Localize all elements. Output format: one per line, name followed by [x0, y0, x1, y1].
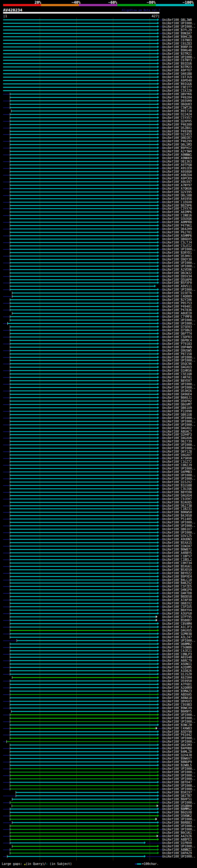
hit-row[interactable]: UniRef100_A8UEI0	[0, 312, 197, 315]
hit-row[interactable]: UniRef100_A5DY90	[0, 730, 197, 734]
hit-row[interactable]: UniRef100_A3GFG0	[0, 612, 197, 615]
hit-row[interactable]: UniRef100_C5FZE5	[0, 585, 197, 588]
hit-row[interactable]: UniRef100_Q6Y1Z8	[0, 450, 197, 453]
hit-row[interactable]: UniRef100_B4J0S0	[0, 514, 197, 517]
hit-row[interactable]: UniRef100_Q7SE03	[0, 325, 197, 329]
hit-row[interactable]: UniRef100_A8UAC7	[0, 430, 197, 433]
hit-row[interactable]: UniRef100_Q0V6X3	[0, 700, 197, 703]
hit-row[interactable]: UniRef100_B9HCZ8	[0, 35, 197, 38]
hit-row[interactable]: UniRef100_Q6L5M3	[0, 143, 197, 146]
hit-row[interactable]: UniRef100_C3UJQ6	[0, 487, 197, 491]
hit-row[interactable]: UniRef100_UPI000..	[0, 777, 197, 780]
hit-row[interactable]: UniRef100_P49398	[0, 130, 197, 133]
hit-row[interactable]: UniRef100_O62738	[0, 504, 197, 507]
hit-row[interactable]: UniRef100_C5WT26	[0, 106, 197, 109]
hit-row[interactable]: UniRef100_UPI000..	[0, 767, 197, 770]
hit-row[interactable]: UniRef100_A3LZ47	[0, 636, 197, 639]
hit-row[interactable]: UniRef100_B6K6J1	[0, 396, 197, 399]
hit-row[interactable]: UniRef100_A2Y3W4	[0, 150, 197, 153]
hit-row[interactable]: UniRef100_Q95V34	[0, 275, 197, 278]
hit-row[interactable]: UniRef100_A8E6A5	[0, 693, 197, 696]
hit-row[interactable]: UniRef100_Q8LJW0	[0, 18, 197, 22]
hit-row[interactable]: UniRef100_B1GS88	[0, 484, 197, 487]
hit-row[interactable]: UniRef100_A1CJF3	[0, 625, 197, 629]
hit-row[interactable]: UniRef100_C5DFR3	[0, 335, 197, 339]
hit-row[interactable]: UniRef100_UPI000..	[0, 446, 197, 450]
hit-row[interactable]: UniRef100_A8NNZ1	[0, 848, 197, 851]
hit-row[interactable]: UniRef100_Q56FH2	[0, 399, 197, 403]
hit-row[interactable]: UniRef100_Q6GVM7	[0, 403, 197, 406]
hit-row[interactable]: UniRef100_UPI000..	[0, 787, 197, 791]
hit-row[interactable]: UniRef100_Q4PMB3	[0, 470, 197, 473]
hit-row[interactable]: UniRef100_Q9P4W9	[0, 345, 197, 349]
hit-row[interactable]: UniRef100_A1D826	[0, 669, 197, 673]
hit-row[interactable]: UniRef100_P79183	[0, 342, 197, 345]
hit-row[interactable]: UniRef100_B3NCZ0	[0, 723, 197, 727]
hit-row[interactable]: UniRef100_B8NUP9	[0, 760, 197, 764]
hit-row[interactable]: UniRef100_Q5QC96	[0, 362, 197, 366]
hit-row[interactable]: UniRef100_C6TNY3	[0, 59, 197, 62]
hit-row[interactable]: UniRef100_C0NLP3	[0, 652, 197, 656]
hit-row[interactable]: UniRef100_A6NA18	[0, 696, 197, 700]
hit-row[interactable]: UniRef100_UPI000..	[0, 443, 197, 446]
hit-row[interactable]: UniRef100_C5GN86	[0, 646, 197, 649]
hit-row[interactable]: UniRef100_Q4GXU2	[0, 427, 197, 430]
hit-row[interactable]: UniRef100_A7F6D1	[0, 683, 197, 686]
hit-row[interactable]: UniRef100_UPI000..	[0, 737, 197, 740]
hit-row[interactable]: UniRef100_C5E1Q8	[0, 372, 197, 376]
hit-row[interactable]: UniRef100_P46299	[0, 140, 197, 143]
hit-row[interactable]: UniRef100_Q2XPX5	[0, 120, 197, 123]
hit-row[interactable]: UniRef100_Q9QY30	[0, 258, 197, 261]
hit-row[interactable]: UniRef100_Q2U4J8	[0, 753, 197, 757]
hit-row[interactable]: UniRef100_UPI000..	[0, 531, 197, 534]
hit-row[interactable]: UniRef100_B5XA15	[0, 541, 197, 545]
hit-row[interactable]: UniRef100_B0KWS0	[0, 510, 197, 514]
hit-row[interactable]: UniRef100_UPI000..	[0, 420, 197, 423]
hit-row[interactable]: UniRef100_Q5QBH4	[0, 804, 197, 808]
hit-row[interactable]: UniRef100_B7FL29	[0, 28, 197, 32]
hit-row[interactable]: UniRef100_B0W871	[0, 548, 197, 551]
hit-row[interactable]: UniRef100_P87158	[0, 352, 197, 355]
hit-row[interactable]: UniRef100_O62739	[0, 440, 197, 443]
hit-row[interactable]: UniRef100_UPI000..	[0, 359, 197, 362]
hit-row[interactable]: UniRef100_Q5KNK2	[0, 814, 197, 817]
hit-row[interactable]: UniRef100_Q15ET6	[0, 291, 197, 295]
hit-row[interactable]: UniRef100_UPI000..	[0, 801, 197, 804]
hit-row[interactable]: UniRef100_C4R7A1	[0, 376, 197, 379]
hit-row[interactable]: UniRef100_C1BZ31	[0, 507, 197, 510]
hit-row[interactable]: UniRef100_UPI000..	[0, 716, 197, 720]
hit-row[interactable]: UniRef100_B8YE07	[0, 379, 197, 382]
hit-row[interactable]: UniRef100_C9JEH7	[0, 497, 197, 501]
hit-row[interactable]: UniRef100_UPI000..	[0, 740, 197, 743]
hit-row[interactable]: UniRef100_B9I718	[0, 109, 197, 113]
hit-row[interactable]: UniRef100_O81363	[0, 160, 197, 163]
hit-row[interactable]: UniRef100_UPI000..	[0, 521, 197, 524]
hit-row[interactable]: UniRef100_UPI000..	[0, 770, 197, 774]
hit-row[interactable]: UniRef100_C1N816	[0, 214, 197, 217]
hit-row[interactable]: UniRef100_C5PIU5	[0, 605, 197, 609]
hit-row[interactable]: UniRef100_Q5ZBX1	[0, 126, 197, 130]
hit-row[interactable]: UniRef100_Q4GXU5	[0, 629, 197, 632]
hit-row[interactable]: UniRef100_Q8ITB7	[0, 794, 197, 798]
hit-row[interactable]: UniRef100_P51405	[0, 517, 197, 521]
hit-row[interactable]: UniRef100_A9SIE0	[0, 166, 197, 170]
hit-row[interactable]: UniRef100_B4PHB8	[0, 747, 197, 750]
hit-row[interactable]: UniRef100_B3TM23	[0, 65, 197, 69]
hit-row[interactable]: UniRef100_B0XYV4	[0, 609, 197, 612]
hit-row[interactable]: UniRef100_Q3UXQ6	[0, 217, 197, 220]
hit-row[interactable]: UniRef100_Q53HV1	[0, 254, 197, 258]
hit-row[interactable]: UniRef100_A2QXM5	[0, 666, 197, 669]
hit-row[interactable]: UniRef100_UPI000..	[0, 355, 197, 359]
hit-row[interactable]: UniRef100_C0RZJ9	[0, 463, 197, 467]
hit-row[interactable]: UniRef100_UPI000..	[0, 416, 197, 420]
hit-row[interactable]: UniRef100_B6DDS8	[0, 595, 197, 598]
hit-row[interactable]: UniRef100_A9P7U7	[0, 69, 197, 72]
hit-row[interactable]: UniRef100_A5HMP6	[0, 234, 197, 238]
hit-row[interactable]: UniRef100_B6QSX8	[0, 811, 197, 814]
hit-row[interactable]: UniRef100_Q1HRS6	[0, 369, 197, 372]
hit-row[interactable]: UniRef100_B8YE08	[0, 491, 197, 494]
hit-row[interactable]: UniRef100_B5XG61	[0, 565, 197, 568]
hit-row[interactable]: UniRef100_Q2V395	[0, 190, 197, 194]
hit-row[interactable]: UniRef100_B2WBL5	[0, 764, 197, 767]
hit-row[interactable]: UniRef100_C9E1T7	[0, 86, 197, 89]
